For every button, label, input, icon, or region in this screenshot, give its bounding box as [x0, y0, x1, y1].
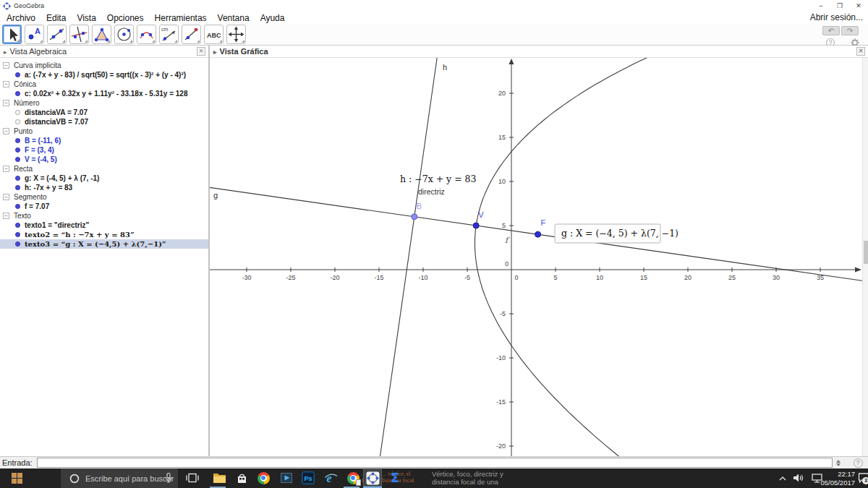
- close-button[interactable]: ✕: [849, 0, 868, 12]
- object-visibility-bullet[interactable]: [15, 204, 20, 209]
- cursor-tool-button[interactable]: [2, 25, 22, 44]
- menu-ventana[interactable]: Ventana: [218, 13, 250, 23]
- collapse-icon[interactable]: [3, 100, 9, 106]
- object-visibility-bullet[interactable]: [15, 223, 20, 228]
- algebra-item[interactable]: h: -7x + y = 83: [0, 183, 208, 192]
- g-equation-text[interactable]: g : X = (−4, 5) + λ(7, −1): [561, 228, 678, 239]
- menu-herramientas[interactable]: Herramientas: [155, 13, 207, 23]
- tool-dropdown-arrow-icon[interactable]: [40, 40, 43, 43]
- tray-chevron-up-icon[interactable]: [778, 473, 787, 486]
- tool-dropdown-arrow-icon[interactable]: [62, 40, 65, 43]
- object-visibility-bullet[interactable]: [15, 110, 20, 115]
- object-visibility-bullet[interactable]: [15, 232, 20, 237]
- scrollbar-thumb[interactable]: [864, 241, 868, 264]
- algebra-item[interactable]: c: 0.02x² + 0.32x y + 1.11y² - 33.18x - …: [0, 89, 208, 98]
- panel-collapse-arrow-icon[interactable]: [213, 47, 220, 56]
- algebra-item[interactable]: V = (-4, 5): [0, 155, 208, 164]
- menu-edita[interactable]: Edita: [46, 13, 66, 23]
- taskbar-app-sigma[interactable]: Σ: [386, 469, 404, 487]
- object-visibility-bullet[interactable]: [15, 91, 20, 96]
- polygon-tool-button[interactable]: [92, 25, 111, 44]
- transform-tool-button[interactable]: [182, 25, 201, 44]
- taskbar-app-file-explorer[interactable]: [210, 469, 229, 487]
- taskbar-app-internet-explorer[interactable]: e: [321, 469, 340, 487]
- algebra-item[interactable]: texto1 = "directriz": [0, 221, 208, 230]
- tool-dropdown-arrow-icon[interactable]: [219, 40, 222, 43]
- menu-ayuda[interactable]: Ayuda: [260, 13, 285, 23]
- algebra-item[interactable]: B = (-11, 6): [0, 136, 208, 145]
- algebra-item[interactable]: F = (3, 4): [0, 145, 208, 155]
- input-help-icon[interactable]: ?: [854, 458, 863, 468]
- taskbar-app-movies-tv[interactable]: [277, 469, 296, 487]
- tool-dropdown-arrow-icon[interactable]: [197, 40, 200, 43]
- taskbar-app-geogebra[interactable]: [363, 469, 382, 487]
- tool-dropdown-arrow-icon[interactable]: [85, 40, 88, 43]
- collapse-icon[interactable]: [3, 128, 9, 134]
- graph-area[interactable]: -30-25-20-15-10-5051015202530352015105-5…: [210, 58, 862, 456]
- panel-collapse-arrow-icon[interactable]: [4, 47, 10, 56]
- line-h[interactable]: [380, 58, 437, 456]
- object-visibility-bullet[interactable]: [15, 72, 20, 77]
- taskbar-search[interactable]: Escribe aquí para buscar: [61, 468, 178, 488]
- special-line-tool-button[interactable]: [69, 25, 89, 44]
- object-visibility-bullet[interactable]: [15, 119, 20, 124]
- conic-tool-button[interactable]: [137, 25, 156, 44]
- h-equation-text[interactable]: h : −7x + y = 83: [400, 174, 477, 184]
- collapse-icon[interactable]: [3, 62, 9, 69]
- collapse-icon[interactable]: [3, 194, 9, 200]
- sign-in-link[interactable]: Abrir sesión...: [810, 12, 863, 22]
- object-visibility-bullet[interactable]: [15, 185, 20, 190]
- tool-dropdown-arrow-icon[interactable]: [129, 40, 132, 43]
- redo-button[interactable]: ↷: [841, 26, 859, 35]
- menu-opciones[interactable]: Opciones: [107, 13, 144, 23]
- line-tool-button[interactable]: [47, 25, 67, 44]
- point-F[interactable]: [535, 231, 541, 237]
- algebra-item[interactable]: distanciaVA = 7.07: [0, 108, 208, 117]
- graphics-close-icon[interactable]: [856, 47, 865, 56]
- algebra-item[interactable]: g: X = (-4, 5) + λ (7, -1): [0, 174, 208, 183]
- object-visibility-bullet[interactable]: [15, 147, 20, 153]
- object-visibility-bullet[interactable]: [15, 157, 20, 162]
- tool-dropdown-arrow-icon[interactable]: [174, 40, 177, 43]
- tool-dropdown-arrow-icon[interactable]: [152, 40, 155, 43]
- menu-archivo[interactable]: Archivo: [7, 13, 35, 23]
- tool-dropdown-arrow-icon[interactable]: [17, 39, 20, 42]
- algebra-item[interactable]: f = 7.07: [0, 202, 208, 211]
- point-tool-button[interactable]: A: [25, 25, 44, 44]
- tool-dropdown-arrow-icon[interactable]: [107, 40, 110, 43]
- command-input[interactable]: [37, 458, 833, 468]
- point-V[interactable]: [473, 223, 479, 228]
- algebra-close-icon[interactable]: [197, 47, 205, 56]
- directrix-text[interactable]: directriz: [418, 187, 445, 196]
- algebra-item[interactable]: texto2 = “h : −7x + y = 83”: [0, 230, 208, 239]
- microphone-icon[interactable]: [165, 473, 172, 483]
- taskbar-app-store[interactable]: [232, 469, 251, 487]
- maximize-button[interactable]: ❐: [830, 0, 849, 12]
- menu-vista[interactable]: Vista: [77, 13, 95, 23]
- taskbar-app-chrome[interactable]: [254, 469, 273, 487]
- taskbar-app-task-view[interactable]: [183, 469, 202, 487]
- collapse-icon[interactable]: [3, 81, 9, 87]
- point-B[interactable]: [412, 214, 417, 220]
- graphics-canvas[interactable]: -30-25-20-15-10-5051015202530352015105-5…: [210, 58, 862, 456]
- circle-tool-button[interactable]: [114, 25, 134, 44]
- collapse-icon[interactable]: [3, 213, 9, 219]
- collapse-icon[interactable]: [3, 166, 9, 172]
- parabola-curve[interactable]: [475, 58, 663, 456]
- object-visibility-bullet[interactable]: [15, 241, 20, 247]
- taskbar-clock[interactable]: 22:17 05/05/2017: [809, 470, 855, 487]
- start-button[interactable]: [0, 468, 33, 488]
- algebra-item[interactable]: texto3 = “g : X = (−4,5) + λ(7,−1)”: [0, 239, 208, 249]
- move-graphics-tool-button[interactable]: [226, 25, 246, 44]
- algebra-item[interactable]: distanciaVB = 7.07: [0, 117, 208, 127]
- graphics-scrollbar[interactable]: [862, 58, 868, 456]
- taskbar-app-photoshop[interactable]: Ps: [299, 469, 318, 487]
- taskbar-app-chrome-profile[interactable]: [344, 469, 362, 487]
- object-visibility-bullet[interactable]: [15, 176, 20, 181]
- undo-button[interactable]: ↶: [822, 26, 840, 35]
- volume-icon[interactable]: [793, 473, 804, 486]
- algebra-item[interactable]: a: (-7x + y - 83) / sqrt(50) = sqrt((x -…: [0, 70, 208, 80]
- minimize-button[interactable]: –: [812, 0, 830, 12]
- text-tool-button[interactable]: ABC: [204, 25, 224, 44]
- input-history-stepper[interactable]: [836, 460, 841, 466]
